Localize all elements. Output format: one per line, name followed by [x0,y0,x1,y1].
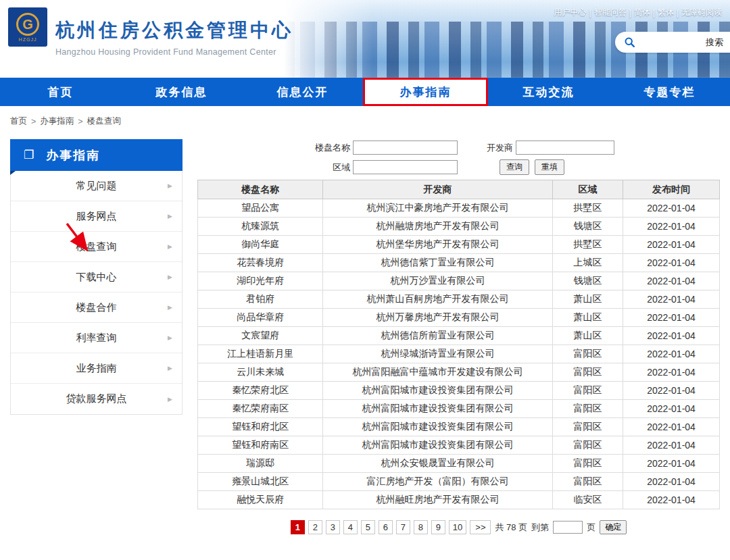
header: G HZGJJ 杭州住房公积金管理中心 Hangzhou Housing Pro… [0,0,730,78]
table-cell: 萧山区 [552,327,623,345]
table-cell: 富阳区 [552,363,623,382]
table-cell: 富汇房地产开发（富阳）有限公司 [323,473,553,491]
top-link-separator: | [589,8,591,18]
property-name-input[interactable] [353,141,458,155]
table-cell: 富阳区 [552,473,623,491]
sidebar-item[interactable]: 常见问题▶ [11,171,182,201]
sidebar-item-label: 常见问题 [76,180,117,193]
sidebar-item[interactable]: 下载中心▶ [11,262,182,292]
table-cell: 杭州富阳城市建设投资集团有限公司 [323,436,553,455]
table-cell: 2022-01-04 [623,290,720,309]
sidebar: ❐ 办事指南 常见问题▶服务网点▶楼盘查询▶下载中心▶楼盘合作▶利率查询▶业务指… [10,139,182,534]
page-number[interactable]: 3 [326,520,340,534]
table-cell: 杭州萧山百舸房地产开发有限公司 [323,290,553,309]
table-cell: 杭州富阳城市建设投资集团有限公司 [323,382,553,400]
chevron-right-icon: ▶ [168,213,172,220]
table-cell: 秦忆荣府南区 [198,400,323,418]
table-cell: 雍景山城北区 [198,473,323,491]
top-link[interactable]: 繁体 [658,7,674,18]
table-cell: 杭州融旺房地产开发有限公司 [323,491,553,509]
page-number[interactable]: 6 [379,520,393,534]
region-input[interactable] [353,160,458,174]
table-cell: 萧山区 [552,290,623,309]
goto-label: 到第 [531,521,549,534]
top-link[interactable]: 无障碍阅读 [681,7,722,18]
page-number[interactable]: 1 [291,520,305,534]
top-link[interactable]: 智能问答 [594,7,627,18]
reset-button[interactable]: 重填 [535,159,564,175]
search-input[interactable] [639,37,706,47]
site-title: 杭州住房公积金管理中心 [55,18,293,43]
goto-page-input[interactable] [553,521,583,534]
sidebar-item[interactable]: 业务指南▶ [11,353,182,384]
page-number[interactable]: 5 [361,520,375,534]
nav-item[interactable]: 互动交流 [488,78,609,106]
sidebar-item[interactable]: 楼盘合作▶ [11,292,182,323]
sidebar-item[interactable]: 利率查询▶ [11,323,182,353]
page: G HZGJJ 杭州住房公积金管理中心 Hangzhou Housing Pro… [0,0,730,560]
top-links: 用户中心|智能问答|简体|繁体|无障碍阅读 [554,7,723,18]
nav-item[interactable]: 政务信息 [121,78,242,106]
nav-item[interactable]: 办事指南 [363,78,488,106]
nav-item[interactable]: 专题专栏 [609,78,730,106]
table-cell: 望钰和府南区 [198,436,323,455]
table-cell: 富阳区 [552,455,623,473]
table-cell: 富阳区 [552,436,623,455]
breadcrumb-item[interactable]: 楼盘查询 [87,116,121,127]
table-cell: 上城区 [552,254,623,272]
sidebar-item-label: 楼盘查询 [76,240,117,253]
top-link[interactable]: 用户中心 [554,7,587,18]
nav-item[interactable]: 首页 [0,78,121,106]
table-cell: 杭州绿城浙诗置业有限公司 [323,345,553,363]
developer-input[interactable] [516,141,614,155]
breadcrumb-item[interactable]: 首页 [10,116,27,127]
table-header-cell: 发布时间 [623,180,720,199]
chevron-right-icon: ▶ [168,182,172,189]
table-cell: 萧山区 [552,309,623,327]
sidebar-item[interactable]: 服务网点▶ [11,201,182,232]
breadcrumb-item[interactable]: 办事指南 [40,116,74,127]
table-row: 湖印光年府杭州万沙置业有限公司钱塘区2022-01-04 [198,272,720,290]
pagination: 12345678910>> 共 78 页 到第 页 确定 [197,520,720,534]
table-row: 尚品华章府杭州万馨房地产开发有限公司萧山区2022-01-04 [198,309,720,327]
page-number[interactable]: 7 [396,520,410,534]
page-number[interactable]: 4 [343,520,358,534]
table-cell: 云川未来城 [198,363,323,382]
table-row: 望钰和府南区杭州富阳城市建设投资集团有限公司富阳区2022-01-04 [198,436,720,455]
table-cell: 杭州富阳城市建设投资集团有限公司 [323,418,553,436]
results-table: 楼盘名称开发商区域发布时间 望品公寓杭州滨江中豪房地产开发有限公司拱墅区2022… [197,180,720,509]
top-link-separator: | [653,8,655,18]
table-cell: 融悦天辰府 [198,491,323,509]
table-row: 秦忆荣府南区杭州富阳城市建设投资集团有限公司富阳区2022-01-04 [198,400,720,418]
sidebar-item-label: 服务网点 [76,210,117,223]
page-number[interactable]: 8 [414,520,428,534]
page-number[interactable]: 9 [431,520,445,534]
table-header-cell: 楼盘名称 [198,180,323,199]
nav-item[interactable]: 信息公开 [242,78,363,106]
next-pages-button[interactable]: >> [470,520,491,534]
table-cell: 杭州万沙置业有限公司 [323,272,553,290]
table-cell: 钱塘区 [552,218,623,236]
logo-text: HZGJJ [19,37,37,42]
sidebar-item[interactable]: 楼盘查询▶ [11,232,182,262]
table-cell: 2022-01-04 [623,254,720,272]
content: ❐ 办事指南 常见问题▶服务网点▶楼盘查询▶下载中心▶楼盘合作▶利率查询▶业务指… [0,134,730,534]
table-cell: 拱墅区 [552,199,623,218]
page-number[interactable]: 10 [449,520,466,534]
search-bar[interactable]: 搜索 [615,32,730,53]
search-button[interactable]: 搜索 [706,36,723,49]
sidebar-menu: 常见问题▶服务网点▶楼盘查询▶下载中心▶楼盘合作▶利率查询▶业务指南▶贷款服务网… [10,171,182,415]
page-number[interactable]: 2 [308,520,322,534]
table-cell: 文宸望府 [198,327,323,345]
top-link[interactable]: 简体 [634,7,650,18]
table-cell: 瑞源邸 [198,455,323,473]
sidebar-item[interactable]: 贷款服务网点▶ [11,384,182,414]
table-row: 秦忆荣府北区杭州富阳城市建设投资集团有限公司富阳区2022-01-04 [198,382,720,400]
confirm-button[interactable]: 确定 [600,520,627,534]
logo-emblem-icon: G [16,13,39,36]
table-cell: 2022-01-04 [623,491,720,509]
table-cell: 富阳区 [552,400,623,418]
sidebar-header: ❐ 办事指南 [10,139,182,171]
query-button[interactable]: 查询 [500,159,529,175]
table-cell: 杭州富阳城市建设投资集团有限公司 [323,400,553,418]
